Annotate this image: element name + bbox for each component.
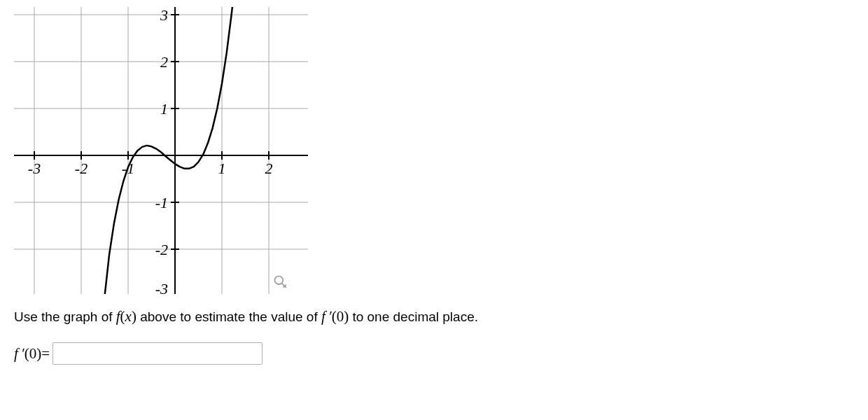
y-tick-neg3: -3 <box>155 280 168 294</box>
graph-svg: -3 -2 -1 1 2 3 3 2 1 -1 -2 -3 <box>14 7 308 294</box>
prompt-part3: to one decimal place. <box>349 309 478 324</box>
prompt-fx: f(x) <box>116 308 136 325</box>
prompt-part1: Use the graph of <box>14 309 116 324</box>
y-tick-1: 1 <box>160 100 168 118</box>
y-tick-neg1: -1 <box>155 194 168 211</box>
x-tick-2: 2 <box>265 160 273 177</box>
x-tick-neg2: -2 <box>75 160 88 177</box>
prompt-part2: above to estimate the value of <box>136 309 321 324</box>
answer-row: f ′(0)= <box>14 342 854 365</box>
answer-lhs: f ′(0)= <box>14 345 50 363</box>
graph-container: -3 -2 -1 1 2 3 3 2 1 -1 -2 -3 <box>14 7 308 294</box>
y-tick-3: 3 <box>160 7 168 24</box>
y-tick-2: 2 <box>160 53 168 71</box>
answer-input[interactable] <box>52 342 262 365</box>
y-tick-neg2: -2 <box>155 241 168 258</box>
prompt-fprime0: f ′(0) <box>321 308 349 325</box>
curve <box>105 7 234 294</box>
question-prompt: Use the graph of f(x) above to estimate … <box>14 307 854 327</box>
x-tick-neg3: -3 <box>28 160 41 177</box>
magnify-icon[interactable] <box>273 274 287 288</box>
x-tick-1: 1 <box>218 160 226 177</box>
